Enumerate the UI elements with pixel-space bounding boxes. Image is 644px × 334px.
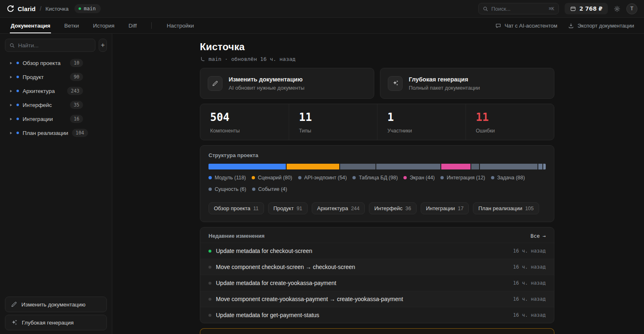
sidebar-item[interactable]: Интерфейс35	[5, 98, 87, 112]
action-card[interactable]: Изменить документациюAI обновит нужные д…	[200, 68, 374, 99]
stat-label: Типы	[299, 128, 367, 134]
section-chip[interactable]: План реализации105	[473, 202, 539, 214]
sidebar-item-label: Обзор проекта	[23, 60, 60, 66]
action-card-subtitle: AI обновит нужные документы	[229, 85, 304, 91]
nav-tab[interactable]: История	[92, 18, 115, 33]
sidebar-item[interactable]: Архитектура243	[5, 84, 87, 98]
sidebar-footer-button[interactable]: Глубокая генерация	[5, 315, 107, 330]
section-chip[interactable]: Интеграции17	[421, 202, 469, 214]
bar-segment	[208, 164, 286, 169]
app-name: Clarid	[18, 5, 36, 12]
sidebar-item-count: 35	[70, 101, 83, 109]
branch-badge[interactable]: main	[74, 4, 101, 13]
sidebar-item[interactable]: План реализации104	[5, 126, 87, 140]
app-logo[interactable]: Clarid	[7, 5, 36, 13]
legend-item: Событие (4)	[252, 186, 287, 192]
change-dot-icon	[208, 266, 211, 269]
caret-right-icon	[9, 103, 13, 107]
recent-change-row[interactable]: Update metadata for create-yookassa-paym…	[200, 275, 554, 291]
legend-dot-icon	[352, 176, 356, 179]
stat-cell: 504Компоненты	[200, 104, 289, 140]
structure-title: Структура проекта	[208, 152, 546, 158]
sidebar-search[interactable]	[5, 39, 95, 52]
caret-right-icon	[9, 89, 13, 93]
action-cards: Изменить документациюAI обновит нужные д…	[200, 68, 554, 99]
sidebar-item[interactable]: Интеграции16	[5, 112, 87, 126]
theme-toggle-button[interactable]	[614, 5, 621, 12]
section-chip[interactable]: Обзор проекта11	[208, 202, 264, 214]
sidebar-item-label: Продукт	[23, 74, 44, 80]
section-dot-icon	[16, 76, 19, 78]
section-chip[interactable]: Интерфейс36	[369, 202, 416, 214]
recent-change-row[interactable]: Update metadata for checkout-screen16 ч.…	[200, 243, 554, 259]
section-chip[interactable]: Архитектура244	[312, 202, 365, 214]
nav-tab[interactable]: Diff	[127, 18, 137, 33]
legend-dot-icon	[491, 176, 494, 179]
section-chip[interactable]: Продукт91	[268, 202, 308, 214]
nav-action[interactable]: Чат с AI-ассистентом	[495, 23, 557, 29]
nav-action-label: Чат с AI-ассистентом	[505, 23, 557, 29]
sidebar-item[interactable]: Продукт90	[5, 70, 87, 84]
caret-right-icon	[9, 117, 13, 121]
chip-label: Обзор проекта	[214, 205, 250, 211]
action-card-title: Изменить документацию	[229, 76, 304, 83]
view-all-link[interactable]: Все →	[530, 233, 546, 239]
stat-cell: 1Участники	[377, 104, 466, 140]
branch-badge-label: main	[84, 6, 96, 12]
arrow-right-icon: →	[542, 233, 546, 239]
bar-segment	[538, 164, 542, 169]
search-icon	[9, 43, 15, 48]
structure-legend: Модуль (118)Сценарий (80)API-эндпоинт (5…	[208, 175, 546, 192]
user-avatar[interactable]: T	[626, 3, 637, 14]
change-time: 16 ч. назад	[513, 296, 546, 302]
breadcrumb-project[interactable]: Кисточка	[46, 6, 69, 12]
chat-bubble-icon	[495, 23, 501, 29]
sidebar-item[interactable]: Обзор проекта10	[5, 56, 87, 70]
chip-count: 11	[253, 206, 259, 211]
bar-segment	[340, 164, 375, 169]
legend-dot-icon	[208, 176, 212, 179]
stat-cell: 11Ошибки	[466, 104, 554, 140]
sidebar-item-label: Интерфейс	[23, 102, 52, 108]
change-text: Update metadata for get-payment-status	[216, 312, 509, 318]
recent-change-row[interactable]: Move component create-yookassa-payment →…	[200, 291, 554, 307]
global-search[interactable]: ⌘K	[478, 3, 559, 14]
stat-label: Компоненты	[210, 128, 279, 134]
branch-status-dot-icon	[79, 7, 81, 10]
nav-tab[interactable]: Документация	[10, 18, 51, 33]
sidebar-search-input[interactable]	[18, 42, 91, 49]
add-section-button[interactable]: +	[99, 39, 107, 52]
topbar: Clarid / Кисточка main ⌘K 2 768 ₽	[0, 0, 644, 18]
sidebar-item-count: 90	[70, 73, 83, 81]
sidebar-item-count: 104	[72, 129, 88, 137]
action-card[interactable]: Глубокая генерацияПолный пакет документа…	[380, 68, 554, 99]
sidebar-tree: Обзор проекта10Продукт90Архитектура243Ин…	[5, 56, 107, 140]
global-search-input[interactable]	[491, 6, 546, 12]
nav-tab[interactable]: Настройки	[166, 18, 195, 33]
sidebar-footer-button[interactable]: Изменить документацию	[5, 297, 107, 312]
recent-change-row[interactable]: Move component checkout-screen → checkou…	[200, 259, 554, 275]
sidebar-footer-label: Изменить документацию	[21, 302, 86, 308]
chip-label: План реализации	[478, 205, 522, 211]
sidebar-item-count: 243	[67, 87, 83, 95]
nav-action[interactable]: Экспорт документации	[568, 23, 634, 29]
stat-value: 504	[210, 111, 279, 123]
nav-actions: Чат с AI-ассистентомЭкспорт документации	[495, 18, 634, 33]
change-dot-icon	[208, 250, 211, 253]
bar-segment	[480, 164, 537, 169]
stat-label: Ошибки	[476, 128, 544, 134]
stat-value: 11	[476, 111, 544, 123]
legend-item: Сценарий (80)	[252, 175, 292, 181]
nav-tab[interactable]: Ветки	[63, 18, 80, 33]
breadcrumb: Clarid / Кисточка main	[7, 4, 101, 13]
recent-change-row[interactable]: Update metadata for get-payment-status16…	[200, 307, 554, 323]
broken-links-card: Битые ссылки (11) Показать	[200, 328, 554, 334]
legend-dot-icon	[208, 188, 212, 191]
legend-dot-icon	[403, 176, 407, 179]
sidebar-search-row: +	[5, 39, 107, 52]
balance-button[interactable]: 2 768 ₽	[565, 3, 608, 14]
chip-count: 244	[351, 206, 359, 211]
bar-segment	[287, 164, 339, 169]
pencil-icon	[208, 76, 222, 91]
chip-count: 36	[405, 206, 411, 211]
